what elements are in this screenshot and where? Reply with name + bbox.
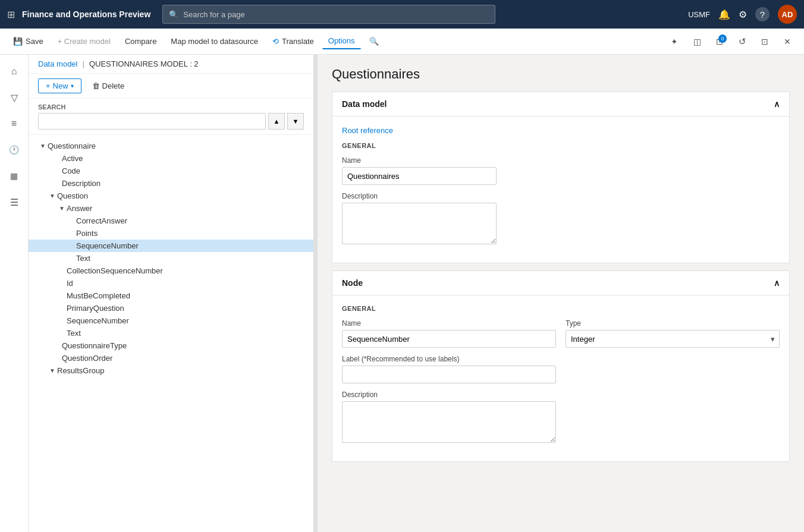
- help-icon[interactable]: ?: [755, 7, 770, 21]
- node-type-label: Type: [566, 319, 780, 328]
- toolbar: 💾 Save + Create model Compare Map model …: [0, 29, 804, 55]
- search-down-button[interactable]: ▼: [287, 113, 304, 130]
- left-panel: Data model | QUESTIONNAIRES MODEL : 2 + …: [29, 55, 314, 532]
- search-placeholder: Search for a page: [183, 10, 244, 19]
- refresh-button[interactable]: ↺: [733, 32, 752, 51]
- menu-icon-button[interactable]: ≡: [2, 112, 26, 136]
- user-label: USMF: [688, 10, 710, 19]
- node-name-label: Name: [342, 319, 556, 328]
- tree-item-points[interactable]: Points: [29, 227, 313, 240]
- translate-icon: ⟲: [272, 37, 279, 46]
- search-input[interactable]: [38, 113, 266, 130]
- tree-item-questionnaire[interactable]: ▼ Questionnaire: [29, 140, 313, 152]
- tree-item-sequencenumber-selected[interactable]: SequenceNumber: [29, 240, 313, 252]
- toolbar-search-icon: 🔍: [369, 37, 379, 46]
- node-section-content: GENERAL Name Label (*Recommended to use …: [332, 295, 789, 461]
- bookmark-icon-button[interactable]: ◫: [687, 32, 706, 51]
- top-nav-right: USMF 🔔 ⚙ ? AD: [688, 5, 797, 24]
- data-model-name-input[interactable]: [342, 167, 497, 185]
- node-right-col: Type Integer String Boolean Real Date Da…: [566, 319, 780, 452]
- toolbar-search-button[interactable]: 🔍: [363, 34, 385, 49]
- data-model-section-content: Root reference GENERAL Name Description: [332, 117, 789, 263]
- node-label-input[interactable]: [342, 366, 556, 383]
- tree-item-id[interactable]: Id: [29, 277, 313, 289]
- root-reference-link[interactable]: Root reference: [342, 126, 393, 142]
- tree-item-sequencenumber2[interactable]: SequenceNumber: [29, 314, 313, 327]
- toggle-resultsgroup[interactable]: ▼: [48, 367, 57, 374]
- tree-item-collectionsequencenumber[interactable]: CollectionSequenceNumber: [29, 265, 313, 277]
- bell-icon[interactable]: 🔔: [718, 9, 730, 20]
- clock-icon-button[interactable]: 🕐: [2, 138, 26, 162]
- node-type-select[interactable]: Integer String Boolean Real Date DateTim…: [566, 330, 780, 348]
- data-model-description-label: Description: [342, 192, 780, 200]
- search-input-row: ▲ ▼: [38, 113, 304, 130]
- search-section: SEARCH ▲ ▼: [29, 99, 313, 135]
- window-button[interactable]: ⊡: [755, 32, 774, 51]
- tree-item-questionorder[interactable]: QuestionOrder: [29, 352, 313, 364]
- tree-item-mustbecompleted[interactable]: MustBeCompleted: [29, 289, 313, 302]
- badge-count: 0: [718, 34, 727, 43]
- collapse-icon: ∧: [774, 99, 780, 109]
- node-left-col: Name Label (*Recommended to use labels) …: [342, 319, 556, 452]
- left-toolbar: + New ▾ 🗑 Delete: [29, 74, 313, 99]
- toggle-question[interactable]: ▼: [48, 193, 57, 199]
- grid-icon[interactable]: ⊞: [7, 9, 15, 20]
- node-label-group: Label (*Recommended to use labels): [342, 355, 556, 383]
- table-icon-button[interactable]: ▦: [2, 164, 26, 188]
- data-model-description-group: Description: [342, 192, 780, 246]
- puzzle-icon-button[interactable]: ✦: [665, 32, 684, 51]
- delete-button[interactable]: 🗑 Delete: [86, 79, 131, 93]
- data-model-section-header[interactable]: Data model ∧: [332, 92, 789, 117]
- page-title: Questionnaires: [332, 67, 790, 82]
- close-button[interactable]: ✕: [778, 32, 797, 51]
- node-collapse-icon: ∧: [774, 278, 780, 288]
- node-description-label: Description: [342, 391, 556, 399]
- toggle-answer[interactable]: ▼: [57, 205, 67, 212]
- node-name-input[interactable]: [342, 330, 556, 348]
- compare-button[interactable]: Compare: [119, 34, 162, 49]
- tree-item-resultsgroup[interactable]: ▼ ResultsGroup: [29, 364, 313, 377]
- tree-item-text2[interactable]: Text: [29, 327, 313, 339]
- map-model-button[interactable]: Map model to datasource: [165, 34, 264, 49]
- avatar[interactable]: AD: [778, 5, 797, 24]
- search-icon: 🔍: [169, 10, 178, 19]
- home-icon-button[interactable]: ⌂: [2, 59, 26, 83]
- node-general-label: GENERAL: [342, 305, 780, 312]
- breadcrumb-current: QUESTIONNAIRES MODEL : 2: [89, 59, 199, 68]
- tree-item-correctanswer[interactable]: CorrectAnswer: [29, 215, 313, 227]
- top-nav-bar: ⊞ Finance and Operations Preview 🔍 Searc…: [0, 0, 804, 29]
- options-button[interactable]: Options: [322, 33, 361, 49]
- toggle-questionnaire[interactable]: ▼: [38, 143, 48, 149]
- list-icon-button[interactable]: ☰: [2, 190, 26, 214]
- tree-item-code[interactable]: Code: [29, 165, 313, 177]
- icon-sidebar: ⌂ ▽ ≡ 🕐 ▦ ☰: [0, 55, 29, 532]
- tree-item-description[interactable]: Description: [29, 177, 313, 190]
- node-type-select-wrapper: Integer String Boolean Real Date DateTim…: [566, 330, 780, 348]
- filter-icon-button[interactable]: ▽: [2, 86, 26, 109]
- tree-item-question[interactable]: ▼ Question: [29, 190, 313, 202]
- create-model-button[interactable]: + Create model: [52, 34, 117, 49]
- node-section-header[interactable]: Node ∧: [332, 271, 789, 295]
- search-up-button[interactable]: ▲: [268, 113, 285, 130]
- data-model-description-input[interactable]: [342, 203, 497, 244]
- tree-item-text1[interactable]: Text: [29, 252, 313, 265]
- node-description-group: Description: [342, 391, 556, 445]
- data-model-name-group: Name: [342, 156, 780, 185]
- new-plus-icon: +: [46, 81, 51, 90]
- tree-item-answer[interactable]: ▼ Answer: [29, 202, 313, 215]
- main-layout: ⌂ ▽ ≡ 🕐 ▦ ☰ Data model | QUESTIONNAIRES …: [0, 55, 804, 532]
- breadcrumb-data-model[interactable]: Data model: [38, 59, 77, 68]
- breadcrumb: Data model | QUESTIONNAIRES MODEL : 2: [29, 55, 313, 74]
- save-button[interactable]: 💾 Save: [7, 34, 49, 49]
- global-search[interactable]: 🔍 Search for a page: [162, 5, 495, 24]
- tree-item-active[interactable]: Active: [29, 152, 313, 165]
- tree-item-primaryquestion[interactable]: PrimaryQuestion: [29, 302, 313, 314]
- tree-item-questionnairetype[interactable]: QuestionnaireType: [29, 339, 313, 352]
- search-label: SEARCH: [38, 103, 304, 111]
- new-button[interactable]: + New ▾: [38, 78, 81, 93]
- translate-button[interactable]: ⟲ Translate: [266, 34, 320, 49]
- delete-icon: 🗑: [92, 81, 100, 90]
- gear-icon[interactable]: ⚙: [739, 9, 747, 20]
- node-description-input[interactable]: [342, 401, 556, 443]
- breadcrumb-separator: |: [82, 59, 84, 68]
